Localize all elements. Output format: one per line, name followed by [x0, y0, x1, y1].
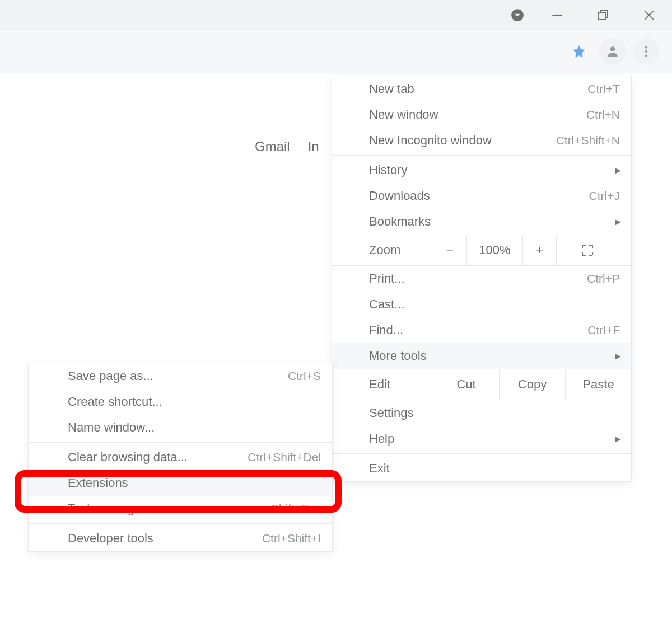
menu-shortcut: Ctrl+J — [589, 189, 620, 203]
menu-shortcut: Ctrl+Shift+Del — [248, 451, 321, 464]
menu-shortcut: Shift+Esc — [271, 502, 321, 515]
maximize-button[interactable] — [580, 0, 626, 30]
menu-label: New tab — [369, 82, 414, 96]
menu-label: History — [369, 163, 407, 177]
menu-bookmarks[interactable]: Bookmarks ▶ — [332, 209, 631, 235]
menu-new-tab[interactable]: New tab Ctrl+T — [332, 76, 631, 102]
minimize-button[interactable] — [534, 0, 580, 30]
kebab-menu-icon[interactable] — [633, 38, 660, 65]
svg-point-7 — [645, 46, 647, 48]
menu-label: More tools — [369, 349, 427, 363]
menu-settings[interactable]: Settings — [332, 400, 631, 426]
menu-label: New window — [369, 107, 438, 122]
menu-shortcut: Ctrl+T — [587, 82, 620, 96]
page-header-links: Gmail In — [255, 139, 319, 154]
menu-shortcut: Ctrl+P — [587, 272, 620, 285]
zoom-value: 100% — [466, 235, 522, 265]
svg-point-6 — [610, 46, 615, 51]
menu-separator — [332, 453, 631, 454]
menu-zoom-row: Zoom − 100% + — [332, 235, 631, 266]
menu-label: Create shortcut... — [68, 395, 162, 409]
submenu-extensions[interactable]: Extensions — [29, 470, 332, 496]
menu-label: Bookmarks — [369, 214, 431, 229]
images-link-cut[interactable]: In — [308, 139, 319, 154]
menu-incognito[interactable]: New Incognito window Ctrl+Shift+N — [332, 128, 631, 153]
menu-downloads[interactable]: Downloads Ctrl+J — [332, 183, 631, 209]
menu-cast[interactable]: Cast... — [332, 292, 631, 317]
menu-label: Extensions — [68, 476, 128, 490]
menu-label: Developer tools — [68, 531, 153, 546]
edit-label: Edit — [332, 369, 433, 400]
chevron-right-icon: ▶ — [615, 166, 621, 175]
svg-rect-3 — [598, 12, 605, 20]
menu-new-window[interactable]: New window Ctrl+N — [332, 102, 631, 128]
menu-shortcut: Ctrl+Shift+N — [556, 134, 620, 147]
menu-print[interactable]: Print... Ctrl+P — [332, 266, 631, 292]
menu-more-tools[interactable]: More tools ▶ — [332, 343, 631, 369]
gmail-link[interactable]: Gmail — [255, 139, 290, 154]
chevron-right-icon: ▶ — [615, 351, 621, 360]
svg-point-9 — [645, 54, 647, 57]
submenu-clear-browsing-data[interactable]: Clear browsing data... Ctrl+Shift+Del — [29, 444, 332, 470]
zoom-label: Zoom — [332, 235, 433, 265]
fullscreen-button[interactable] — [556, 235, 618, 265]
menu-label: Name window... — [68, 420, 155, 435]
restore-down-icon[interactable] — [501, 0, 534, 30]
profile-avatar-icon[interactable] — [599, 38, 626, 65]
menu-label: Clear browsing data... — [68, 450, 188, 465]
menu-separator — [29, 523, 332, 524]
submenu-developer-tools[interactable]: Developer tools Ctrl+Shift+I — [29, 526, 332, 551]
menu-shortcut: Ctrl+S — [288, 369, 321, 383]
menu-separator — [332, 155, 631, 156]
close-button[interactable] — [626, 0, 672, 30]
menu-label: Task manager — [68, 501, 145, 516]
chevron-right-icon: ▶ — [615, 217, 621, 226]
zoom-out-button[interactable]: − — [433, 235, 466, 265]
edit-cut[interactable]: Cut — [433, 369, 499, 400]
chevron-right-icon: ▶ — [615, 434, 621, 443]
menu-history[interactable]: History ▶ — [332, 157, 631, 183]
menu-label: Settings — [369, 406, 414, 420]
bookmark-star-icon[interactable] — [566, 38, 592, 65]
menu-label: Print... — [369, 271, 405, 286]
menu-exit[interactable]: Exit — [332, 456, 631, 481]
submenu-save-page[interactable]: Save page as... Ctrl+S — [29, 363, 332, 389]
svg-point-8 — [645, 50, 647, 53]
menu-label: New Incognito window — [369, 133, 492, 148]
menu-shortcut: Ctrl+N — [586, 108, 620, 121]
browser-toolbar — [0, 30, 672, 73]
menu-label: Downloads — [369, 189, 430, 203]
menu-label: Help — [369, 432, 394, 446]
menu-edit-row: Edit Cut Copy Paste — [332, 369, 631, 400]
submenu-create-shortcut[interactable]: Create shortcut... — [29, 389, 332, 415]
submenu-task-manager[interactable]: Task manager Shift+Esc — [29, 496, 332, 522]
menu-help[interactable]: Help ▶ — [332, 426, 631, 452]
menu-separator — [29, 442, 332, 443]
edit-paste[interactable]: Paste — [565, 369, 631, 400]
menu-shortcut: Ctrl+F — [587, 323, 620, 337]
submenu-name-window[interactable]: Name window... — [29, 415, 332, 440]
window-titlebar — [0, 0, 672, 30]
menu-find[interactable]: Find... Ctrl+F — [332, 317, 631, 343]
edit-copy[interactable]: Copy — [499, 369, 565, 400]
menu-label: Save page as... — [68, 369, 153, 383]
menu-label: Exit — [369, 461, 390, 476]
menu-shortcut: Ctrl+Shift+I — [262, 532, 321, 545]
more-tools-submenu: Save page as... Ctrl+S Create shortcut..… — [28, 363, 333, 552]
chrome-main-menu: New tab Ctrl+T New window Ctrl+N New Inc… — [332, 76, 632, 482]
zoom-in-button[interactable]: + — [522, 235, 556, 265]
menu-label: Find... — [369, 323, 403, 337]
menu-label: Cast... — [369, 297, 405, 312]
